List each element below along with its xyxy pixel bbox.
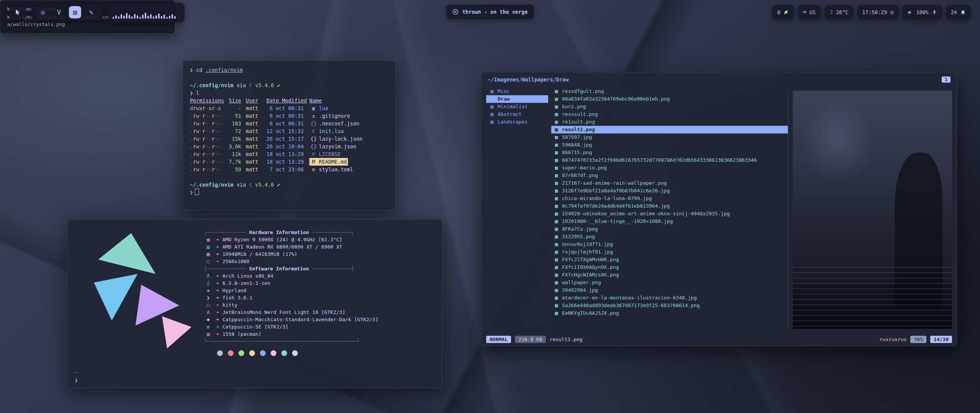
file-item[interactable]: ▦ 587597.jpg: [551, 133, 788, 141]
folder-item[interactable]: ▤ Draw: [486, 95, 548, 103]
file-item[interactable]: ▦ wallpaper.png: [551, 279, 788, 286]
file-item[interactable]: ▦ result2.png: [551, 126, 788, 133]
spec-icon: ▨: [204, 243, 212, 250]
text-cursor: [195, 189, 199, 195]
image-file-icon: ▦: [554, 179, 559, 187]
file-row[interactable]: .rw-r--r-- 183 matt 6 oct 00:31 {}.neoco…: [190, 120, 389, 127]
image-file-icon: ▦: [554, 210, 559, 218]
folder-item[interactable]: ▤ Misc: [486, 88, 548, 95]
workspace-button[interactable]: ◎: [37, 6, 49, 18]
file-item[interactable]: ▦ kurz.png: [551, 103, 788, 111]
notifications-module[interactable]: 24: [946, 5, 971, 20]
file-item[interactable]: ▦ 866715.png: [551, 149, 788, 156]
file-row[interactable]: .rw-r--r-- 15k matt 26 oct 15:17 {}lazy-…: [190, 135, 389, 143]
file-name: init.lua: [319, 127, 344, 135]
file-item[interactable]: ▦ rsjqojlmjhf91.jpg: [551, 248, 788, 256]
file-item[interactable]: ▦ 19201080-__blue-tinge__-1920×1080.jpg: [551, 218, 788, 225]
workspace-button[interactable]: ▤: [69, 6, 81, 18]
file-item[interactable]: ▦ 3126f7e9bbf21a8a4af0b67b041c6e26.jpg: [551, 187, 788, 195]
fetch-terminal-window[interactable]: ┌─────────────Hardware Information──────…: [67, 219, 443, 388]
spec-value: 980x413: [222, 258, 249, 265]
file-item[interactable]: ▦ FXfcHgcWIAMzs0G.png: [551, 271, 788, 279]
file-name: LICENSE: [319, 150, 341, 158]
pause-icon: [452, 9, 459, 15]
spec-value: 6.5.8-zen1-1-zen: [222, 280, 270, 287]
file-item[interactable]: ▦ re1sult.png: [551, 118, 788, 126]
weather-icon: ☽: [830, 9, 833, 16]
keyboard-layout-module[interactable]: ⌨ US: [798, 5, 820, 20]
file-row[interactable]: .rw-r--r-- 59 matt 7 oct 23:06 ⚙stylua.t…: [190, 166, 389, 173]
clock-module[interactable]: 17:50:29 ◷: [857, 5, 898, 20]
file-item[interactable]: ▦ super-mario.png: [551, 164, 788, 172]
file-item[interactable]: ▦ 3122955.png: [551, 233, 788, 241]
music-widget[interactable]: thrown - on the verge: [446, 5, 534, 19]
file-name: FXfcJlTXgAMvH6R.png: [562, 256, 619, 263]
arrow-icon: ➜: [212, 294, 222, 301]
updates-module[interactable]: 0: [772, 5, 794, 20]
color-dot: [281, 350, 287, 356]
file-row[interactable]: .rw-r--r-- 7,7k matt 18 oct 13:29 MREADM…: [190, 158, 389, 166]
launcher-button[interactable]: [9, 4, 26, 20]
tab-badge[interactable]: 1: [942, 76, 951, 83]
file-item[interactable]: ▦ FXfcJlTXgAMvH6R.png: [551, 256, 788, 263]
image-file-icon: ▦: [554, 202, 559, 210]
file-name: result2.png: [562, 126, 595, 133]
image-file-icon: ▦: [554, 286, 559, 294]
spec-icon: ◊: [204, 280, 212, 287]
file-row[interactable]: drwxr-xr-x - matt 6 oct 00:31 ▣lua: [190, 104, 389, 112]
file-item[interactable]: ▦ 596848.jpg: [551, 141, 788, 149]
file-permissions: .rw-r--r--: [190, 150, 224, 158]
file-row[interactable]: .rw-r--r-- 51 matt 6 oct 00:31 ±.gitigno…: [190, 112, 389, 120]
folder-name: Draw: [498, 95, 510, 103]
folder-item[interactable]: ▤ Landscapes: [486, 118, 548, 126]
file-item[interactable]: ▦ nnvuv0xj2df71.jpg: [551, 241, 788, 248]
folder-item[interactable]: ▤ Minimalist: [486, 103, 548, 111]
file-item[interactable]: ▦ 20492984.jpg: [551, 286, 788, 294]
image-file-icon: ▦: [554, 279, 559, 286]
topbar-left: ◎ V ▤ ✎: [9, 3, 185, 22]
file-name: 19201080-__blue-tinge__-1920×1080.jpg: [562, 218, 673, 225]
file-name: re1sult.png: [562, 118, 595, 126]
file-item[interactable]: ▦ 68747470733a2f2f696d616765732d7769786d…: [551, 156, 788, 164]
file-date: 18 oct 13:29: [266, 158, 309, 166]
file-row[interactable]: .rw-r--r-- 11k matt 18 oct 13:29 ©LICENS…: [190, 150, 389, 158]
file-item[interactable]: ▦ 08a634fa02a32364f69ebc86a98eb1eb.png: [551, 95, 788, 103]
file-item[interactable]: ▦ atardecer-en-la-montanas-ilustracion-6…: [551, 294, 788, 302]
file-name-cell: {}lazyvim.json: [309, 143, 358, 150]
folder-item[interactable]: ▤ Abstract: [486, 111, 548, 118]
audio-module[interactable]: 100%: [902, 5, 942, 20]
folder-icon: ▤: [489, 88, 495, 95]
file-item[interactable]: ▦ 8FKa7Cu.jpeg: [551, 225, 788, 233]
file-item[interactable]: ▦ 5a266e448add93deab367d87173e9f25-68378…: [551, 302, 788, 309]
weather-module[interactable]: ☽ 26°C: [825, 5, 854, 20]
file-item[interactable]: ▦ chica-mirando-la-luna-8799.jpg: [551, 195, 788, 202]
file-name: nnvuv0xj2df71.jpg: [562, 241, 613, 248]
file-item[interactable]: ▦ 217167-sad-anime-rain-wallpaper.png: [551, 179, 788, 187]
file-item[interactable]: ▦ 0c794faf07de24a4db4d4fb1eb813964.jpg: [551, 202, 788, 210]
image-file-icon: ▦: [554, 233, 559, 241]
file-manager-window[interactable]: ~/Imagenes/Wallpapers/Draw 1 ▤ Misc ▤ Dr…: [481, 72, 957, 346]
file-item[interactable]: ▦ 154928-odinokoe_anime-art-anime-okno-s…: [551, 210, 788, 218]
file-item[interactable]: ▦ EeNKYgIUcAAJ5JX.png: [551, 309, 788, 317]
lua-version: v5.4.6: [255, 82, 274, 88]
arrow-icon: ➜: [212, 243, 222, 250]
workspace-button[interactable]: V: [53, 6, 65, 18]
file-item[interactable]: ▦ ressdfgult.png: [551, 88, 788, 95]
color-dot: [217, 350, 223, 356]
file-type-icon: ▣: [310, 104, 317, 112]
file-type-icon: {}: [310, 135, 317, 143]
terminal-window[interactable]: ❯ cd .config/nvim ~/.config/nvim via ☾ v…: [183, 60, 396, 210]
file-item[interactable]: ▦ FXfcII0X0AQyn9X.png: [551, 263, 788, 271]
file-item[interactable]: ▦ resssult.png: [551, 111, 788, 118]
spec-icon: ❖: [204, 287, 212, 294]
command-arg: .config/nvim: [206, 67, 243, 73]
image-file-icon: ▦: [554, 103, 559, 111]
workspace-button[interactable]: ✎: [85, 6, 97, 18]
spec-icon: ✿: [204, 323, 212, 330]
file-row[interactable]: .rw-r--r-- 3,0k matt 26 oct 10:04 {}lazy…: [190, 143, 389, 150]
file-row[interactable]: .rw-r--r-- 72 matt 12 oct 15:32 ☾init.lu…: [190, 127, 389, 135]
file-name: .gitignore: [319, 112, 350, 120]
spec-value: AMD ATI Radeon RX 6800/6800 XT / 6900 XT: [222, 243, 342, 250]
lua-icon: ☾: [249, 82, 252, 88]
file-item[interactable]: ▦ 87r687df.png: [551, 172, 788, 179]
